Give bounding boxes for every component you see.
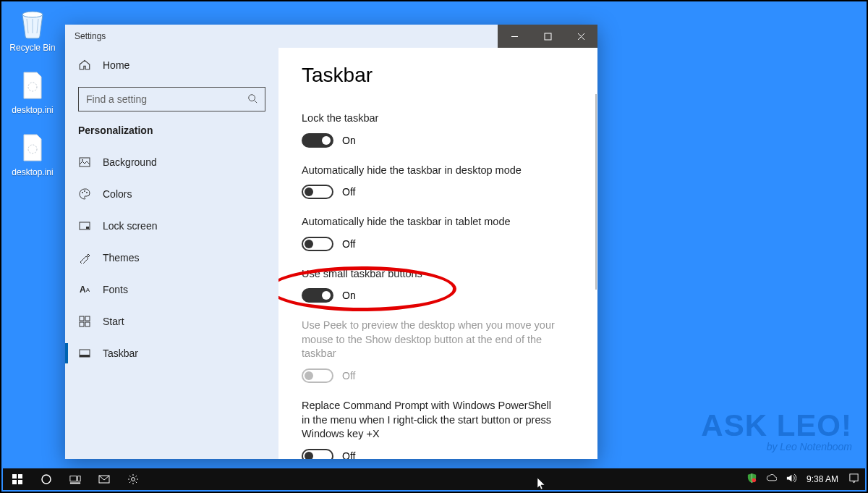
- sidebar-item-taskbar[interactable]: Taskbar: [65, 337, 278, 369]
- setting-autohide-tablet: Automatically hide the taskbar in tablet…: [302, 215, 574, 251]
- toggle-state: Off: [342, 370, 355, 382]
- sidebar-item-label: Themes: [103, 252, 140, 264]
- svg-rect-14: [80, 322, 84, 326]
- start-icon: [78, 316, 91, 327]
- svg-point-28: [752, 479, 756, 483]
- desktop-icon-ini-2[interactable]: desktop.ini: [4, 130, 61, 177]
- taskbar: 9:38 AM: [3, 468, 865, 490]
- svg-rect-24: [78, 476, 81, 481]
- sidebar-item-lockscreen[interactable]: Lock screen: [65, 210, 278, 242]
- home-icon: [78, 58, 91, 73]
- taskbar-icon: [78, 347, 91, 359]
- maximize-button[interactable]: [531, 25, 564, 48]
- home-button[interactable]: Home: [65, 48, 278, 83]
- watermark: ASK LEO! by Leo Notenboom: [701, 412, 852, 452]
- svg-rect-11: [86, 227, 89, 229]
- home-label: Home: [103, 59, 129, 71]
- toggle[interactable]: [302, 449, 333, 459]
- toggle-state: On: [342, 135, 356, 146]
- start-button[interactable]: [3, 468, 32, 490]
- settings-button[interactable]: [119, 468, 148, 490]
- setting-powershell: Replace Command Prompt with Windows Powe…: [302, 399, 574, 459]
- themes-icon: [78, 252, 91, 264]
- desktop-icon-label: Recycle Bin: [4, 43, 61, 53]
- sidebar-item-fonts[interactable]: AA Fonts: [65, 274, 278, 306]
- file-icon: [15, 130, 50, 165]
- desktop-icon-label: desktop.ini: [4, 105, 61, 115]
- toggle[interactable]: [302, 237, 333, 251]
- setting-label: Use small taskbar buttons: [302, 267, 562, 282]
- svg-point-4: [249, 94, 255, 101]
- setting-label: Use Peek to preview the desktop when you…: [302, 319, 562, 361]
- svg-rect-5: [80, 158, 90, 167]
- file-icon: [15, 68, 50, 103]
- sidebar-item-label: Lock screen: [103, 220, 157, 232]
- svg-rect-12: [80, 316, 84, 321]
- setting-label: Automatically hide the taskbar in deskto…: [302, 164, 562, 178]
- svg-point-8: [84, 190, 85, 192]
- svg-point-27: [132, 478, 135, 481]
- sidebar-item-start[interactable]: Start: [65, 306, 278, 337]
- lockscreen-icon: [78, 220, 91, 232]
- svg-rect-19: [18, 474, 22, 479]
- svg-rect-25: [70, 482, 80, 484]
- svg-point-7: [82, 192, 83, 193]
- sidebar-item-colors[interactable]: Colors: [65, 178, 278, 210]
- search-input[interactable]: Find a setting: [78, 87, 265, 111]
- setting-small-buttons: Use small taskbar buttons On: [302, 267, 574, 303]
- tray-volume-icon[interactable]: [786, 473, 796, 486]
- toggle-state: On: [342, 290, 356, 301]
- tray-notifications-icon[interactable]: [848, 473, 859, 486]
- svg-rect-17: [80, 355, 90, 357]
- toggle[interactable]: [302, 185, 333, 199]
- sidebar-item-background[interactable]: Background: [65, 146, 278, 178]
- close-button[interactable]: [564, 25, 597, 48]
- toggle[interactable]: [302, 288, 333, 303]
- svg-rect-23: [70, 476, 77, 481]
- svg-rect-21: [18, 480, 22, 484]
- sidebar-item-label: Background: [103, 156, 157, 168]
- titlebar[interactable]: Settings: [65, 25, 597, 48]
- mail-button[interactable]: [90, 468, 119, 490]
- sidebar-item-label: Start: [103, 316, 124, 327]
- desktop-icon-recycle-bin[interactable]: Recycle Bin: [4, 6, 61, 53]
- svg-point-6: [82, 159, 83, 161]
- svg-point-22: [42, 475, 51, 484]
- recycle-bin-icon: [15, 6, 50, 41]
- setting-autohide-desktop: Automatically hide the taskbar in deskto…: [302, 164, 574, 200]
- minimize-button[interactable]: [498, 25, 531, 48]
- settings-window: Settings Home Find a setting Personaliza…: [65, 25, 597, 459]
- search-placeholder: Find a setting: [86, 93, 247, 105]
- cursor-icon: [537, 477, 547, 493]
- settings-sidebar: Home Find a setting Personalization Back…: [65, 48, 278, 459]
- setting-label: Replace Command Prompt with Windows Powe…: [302, 399, 562, 442]
- fonts-icon: AA: [78, 285, 91, 295]
- toggle[interactable]: [302, 133, 333, 148]
- toggle-state: Off: [342, 186, 355, 198]
- svg-rect-3: [545, 33, 551, 40]
- scrollbar[interactable]: [595, 94, 597, 290]
- setting-label: Lock the taskbar: [302, 111, 562, 126]
- sidebar-item-themes[interactable]: Themes: [65, 242, 278, 274]
- desktop: Recycle Bin desktop.ini desktop.ini Sett…: [0, 0, 868, 493]
- setting-lock-taskbar: Lock the taskbar On: [302, 111, 574, 148]
- page-heading: Taskbar: [302, 64, 574, 87]
- tray-onedrive-icon[interactable]: [766, 473, 777, 486]
- tray-clock[interactable]: 9:38 AM: [805, 474, 840, 484]
- svg-rect-18: [12, 474, 17, 479]
- svg-rect-13: [85, 316, 90, 321]
- tray-security-icon[interactable]: [746, 473, 757, 486]
- cortana-button[interactable]: [32, 468, 61, 490]
- task-view-button[interactable]: [61, 468, 90, 490]
- settings-content: Taskbar Lock the taskbar On Automaticall…: [278, 48, 597, 459]
- setting-label: Automatically hide the taskbar in tablet…: [302, 215, 562, 229]
- category-heading: Personalization: [65, 122, 278, 146]
- palette-icon: [78, 188, 91, 200]
- sidebar-item-label: Fonts: [103, 284, 128, 295]
- toggle-state: Off: [342, 450, 355, 459]
- window-title: Settings: [65, 25, 498, 48]
- svg-rect-15: [85, 322, 90, 326]
- desktop-icon-ini-1[interactable]: desktop.ini: [4, 68, 61, 115]
- watermark-title: ASK LEO!: [701, 412, 852, 439]
- svg-point-0: [22, 12, 43, 17]
